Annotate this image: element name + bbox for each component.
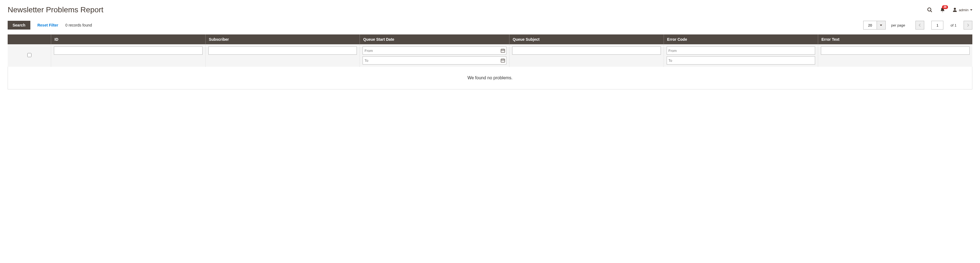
svg-rect-15 [504,61,504,61]
filter-subscriber-input[interactable] [208,46,357,55]
filter-queue-start-from[interactable] [363,46,506,55]
filter-error-text-input[interactable] [821,46,970,55]
column-header-queue-start[interactable]: Queue Start Date [360,35,509,44]
svg-line-1 [931,11,932,12]
svg-rect-13 [502,61,502,61]
filter-id-input[interactable] [54,46,202,55]
notifications-icon[interactable]: 38 [940,7,945,13]
username-label: admin [959,8,969,12]
svg-rect-14 [503,61,503,61]
user-menu[interactable]: admin [952,7,972,12]
calendar-icon[interactable] [500,58,505,63]
select-all-checkbox[interactable] [27,53,32,57]
notification-badge: 38 [942,5,948,9]
reset-filter-link[interactable]: Reset Filter [37,23,58,27]
svg-rect-8 [504,51,504,51]
empty-message: We found no problems. [8,67,972,89]
filter-error-code-to[interactable] [667,56,815,65]
search-button[interactable]: Search [8,21,30,30]
page-title: Newsletter Problems Report [8,5,103,14]
page-size-dropdown[interactable] [877,21,886,30]
current-page-input[interactable] [931,21,943,30]
column-header-id[interactable]: ID [51,35,205,44]
chevron-down-icon [970,9,972,11]
chevron-down-icon [880,25,882,26]
column-header-subscriber[interactable]: Subscriber [205,35,360,44]
page-size-input[interactable] [863,21,877,30]
svg-rect-7 [503,51,503,51]
column-header-error-text[interactable]: Error Text [818,35,972,44]
column-header-checkbox [8,35,51,44]
filter-error-code-from[interactable] [667,46,815,55]
calendar-icon[interactable] [500,48,505,53]
filter-queue-start-to[interactable] [363,56,506,65]
records-found-label: 0 records found [65,23,92,27]
prev-page-button[interactable] [915,21,924,30]
total-pages-label: of 1 [950,23,956,27]
column-header-error-code[interactable]: Error Code [663,35,818,44]
per-page-label: per page [891,23,905,27]
next-page-button[interactable] [964,21,972,30]
svg-rect-6 [502,51,502,51]
column-header-queue-subject[interactable]: Queue Subject [509,35,663,44]
filter-queue-subject-input[interactable] [512,46,660,55]
search-icon[interactable] [927,7,933,13]
